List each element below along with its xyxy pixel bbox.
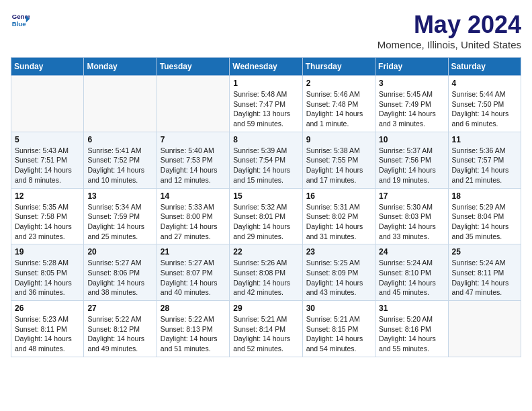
day-header-saturday: Saturday [448,58,521,76]
day-number: 15 [233,191,298,201]
day-info: Sunrise: 5:29 AMSunset: 8:04 PMDaylight:… [452,202,517,242]
week-row-2: 5Sunrise: 5:43 AMSunset: 7:51 PMDaylight… [11,132,521,188]
calendar-cell: 20Sunrise: 5:27 AMSunset: 8:06 PMDayligh… [84,244,157,301]
day-number: 11 [452,135,517,144]
day-info: Sunrise: 5:37 AMSunset: 7:56 PMDaylight:… [379,146,444,185]
day-info: Sunrise: 5:27 AMSunset: 8:07 PMDaylight:… [161,258,226,298]
day-info: Sunrise: 5:32 AMSunset: 8:01 PMDaylight:… [233,202,298,242]
day-number: 3 [379,79,444,88]
calendar-cell: 28Sunrise: 5:22 AMSunset: 8:13 PMDayligh… [157,301,229,357]
day-info: Sunrise: 5:31 AMSunset: 8:02 PMDaylight:… [306,202,371,242]
day-number: 22 [233,247,298,257]
calendar-cell: 27Sunrise: 5:22 AMSunset: 8:12 PMDayligh… [84,301,157,357]
logo-icon: General Blue [11,11,30,30]
day-info: Sunrise: 5:40 AMSunset: 7:53 PMDaylight:… [161,146,226,185]
day-info: Sunrise: 5:41 AMSunset: 7:52 PMDaylight:… [87,146,152,185]
day-number: 4 [452,79,517,88]
week-row-4: 19Sunrise: 5:28 AMSunset: 8:05 PMDayligh… [11,244,521,301]
calendar-body: 1Sunrise: 5:48 AMSunset: 7:47 PMDaylight… [11,76,521,357]
day-number: 25 [452,247,517,257]
day-number: 9 [306,135,371,144]
day-number: 31 [379,304,444,313]
day-info: Sunrise: 5:43 AMSunset: 7:51 PMDaylight:… [15,146,80,185]
day-number: 10 [379,135,444,144]
calendar-cell: 23Sunrise: 5:25 AMSunset: 8:09 PMDayligh… [302,244,375,301]
calendar-cell [448,301,521,357]
week-row-3: 12Sunrise: 5:35 AMSunset: 7:58 PMDayligh… [11,188,521,244]
day-header-wednesday: Wednesday [230,58,302,76]
calendar-cell: 6Sunrise: 5:41 AMSunset: 7:52 PMDaylight… [84,132,157,188]
day-info: Sunrise: 5:38 AMSunset: 7:55 PMDaylight:… [306,146,371,185]
day-info: Sunrise: 5:28 AMSunset: 8:05 PMDaylight:… [15,258,80,298]
day-number: 16 [306,191,371,201]
day-number: 26 [15,304,80,313]
day-number: 12 [15,191,80,201]
title-area: May 2024 Momence, Illinois, United State… [378,11,521,50]
calendar-cell: 10Sunrise: 5:37 AMSunset: 7:56 PMDayligh… [375,132,448,188]
day-info: Sunrise: 5:25 AMSunset: 8:09 PMDaylight:… [306,258,371,298]
calendar-cell: 19Sunrise: 5:28 AMSunset: 8:05 PMDayligh… [11,244,84,301]
calendar-cell: 1Sunrise: 5:48 AMSunset: 7:47 PMDaylight… [230,76,302,132]
day-info: Sunrise: 5:46 AMSunset: 7:48 PMDaylight:… [306,89,371,129]
day-info: Sunrise: 5:22 AMSunset: 8:13 PMDaylight:… [161,314,226,354]
calendar-cell: 12Sunrise: 5:35 AMSunset: 7:58 PMDayligh… [11,188,84,244]
calendar-cell: 31Sunrise: 5:20 AMSunset: 8:16 PMDayligh… [375,301,448,357]
day-number: 13 [87,191,152,201]
day-number: 1 [233,79,298,88]
day-header-monday: Monday [84,58,157,76]
header: General Blue May 2024 Momence, Illinois,… [11,11,521,50]
calendar-cell: 3Sunrise: 5:45 AMSunset: 7:49 PMDaylight… [375,76,448,132]
day-number: 14 [161,191,226,201]
day-info: Sunrise: 5:39 AMSunset: 7:54 PMDaylight:… [233,146,298,185]
day-number: 23 [306,247,371,257]
day-info: Sunrise: 5:20 AMSunset: 8:16 PMDaylight:… [379,314,444,354]
day-header-row: SundayMondayTuesdayWednesdayThursdayFrid… [11,58,521,76]
day-number: 28 [161,304,226,313]
svg-text:Blue: Blue [12,20,26,28]
calendar-cell: 13Sunrise: 5:34 AMSunset: 7:59 PMDayligh… [84,188,157,244]
day-info: Sunrise: 5:23 AMSunset: 8:11 PMDaylight:… [15,314,80,354]
day-header-thursday: Thursday [302,58,375,76]
day-number: 19 [15,247,80,257]
day-number: 17 [379,191,444,201]
day-info: Sunrise: 5:26 AMSunset: 8:08 PMDaylight:… [233,258,298,298]
day-number: 5 [15,135,80,144]
page-subtitle: Momence, Illinois, United States [378,39,521,50]
day-info: Sunrise: 5:36 AMSunset: 7:57 PMDaylight:… [452,146,517,185]
day-number: 6 [87,135,152,144]
logo: General Blue [11,11,30,30]
calendar-cell: 18Sunrise: 5:29 AMSunset: 8:04 PMDayligh… [448,188,521,244]
calendar-cell: 11Sunrise: 5:36 AMSunset: 7:57 PMDayligh… [448,132,521,188]
day-info: Sunrise: 5:24 AMSunset: 8:11 PMDaylight:… [452,258,517,298]
day-info: Sunrise: 5:33 AMSunset: 8:00 PMDaylight:… [161,202,226,242]
day-info: Sunrise: 5:27 AMSunset: 8:06 PMDaylight:… [87,258,152,298]
week-row-1: 1Sunrise: 5:48 AMSunset: 7:47 PMDaylight… [11,76,521,132]
calendar-cell: 25Sunrise: 5:24 AMSunset: 8:11 PMDayligh… [448,244,521,301]
calendar-cell: 22Sunrise: 5:26 AMSunset: 8:08 PMDayligh… [230,244,302,301]
calendar-cell: 21Sunrise: 5:27 AMSunset: 8:07 PMDayligh… [157,244,229,301]
day-number: 20 [87,247,152,257]
calendar-cell: 24Sunrise: 5:24 AMSunset: 8:10 PMDayligh… [375,244,448,301]
day-info: Sunrise: 5:21 AMSunset: 8:14 PMDaylight:… [233,314,298,354]
calendar-cell: 14Sunrise: 5:33 AMSunset: 8:00 PMDayligh… [157,188,229,244]
calendar-cell: 17Sunrise: 5:30 AMSunset: 8:03 PMDayligh… [375,188,448,244]
day-info: Sunrise: 5:34 AMSunset: 7:59 PMDaylight:… [87,202,152,242]
day-info: Sunrise: 5:48 AMSunset: 7:47 PMDaylight:… [233,89,298,129]
day-number: 30 [306,304,371,313]
calendar-cell [11,76,84,132]
calendar-cell: 30Sunrise: 5:21 AMSunset: 8:15 PMDayligh… [302,301,375,357]
calendar-cell [84,76,157,132]
calendar-cell: 5Sunrise: 5:43 AMSunset: 7:51 PMDaylight… [11,132,84,188]
week-row-5: 26Sunrise: 5:23 AMSunset: 8:11 PMDayligh… [11,301,521,357]
day-header-friday: Friday [375,58,448,76]
calendar-header: SundayMondayTuesdayWednesdayThursdayFrid… [11,58,521,76]
calendar-cell: 9Sunrise: 5:38 AMSunset: 7:55 PMDaylight… [302,132,375,188]
day-info: Sunrise: 5:24 AMSunset: 8:10 PMDaylight:… [379,258,444,298]
day-number: 2 [306,79,371,88]
calendar-cell [157,76,229,132]
day-number: 27 [87,304,152,313]
day-info: Sunrise: 5:44 AMSunset: 7:50 PMDaylight:… [452,89,517,129]
calendar-cell: 16Sunrise: 5:31 AMSunset: 8:02 PMDayligh… [302,188,375,244]
day-info: Sunrise: 5:45 AMSunset: 7:49 PMDaylight:… [379,89,444,129]
day-number: 7 [161,135,226,144]
